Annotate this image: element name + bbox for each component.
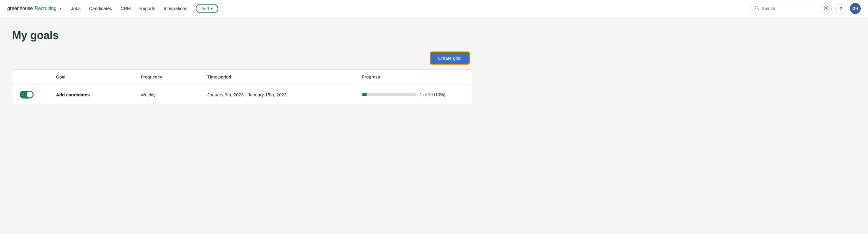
nav-crm[interactable]: CRM	[120, 6, 131, 11]
nav-jobs[interactable]: Jobs	[71, 6, 81, 11]
goal-name[interactable]: Add candidates	[56, 92, 141, 97]
page-title: My goals	[12, 29, 472, 42]
action-bar: Create goal	[12, 52, 472, 64]
nav-links: Jobs Candidates CRM Reports Integrations…	[71, 4, 751, 13]
table-row: ✓ Add candidates Weekly January 9th, 202…	[12, 84, 472, 105]
avatar-button[interactable]: GH	[850, 3, 861, 14]
settings-button[interactable]	[821, 3, 832, 14]
goals-table: Goal Frequency Time period Progress ✓ Ad…	[12, 70, 472, 105]
add-button[interactable]: Add ▾	[196, 4, 218, 13]
toggle-knob	[27, 92, 33, 98]
progress-text: 1 of 10 (10%)	[420, 92, 445, 97]
add-label: Add	[201, 6, 209, 11]
toggle-check-icon: ✓	[22, 93, 24, 97]
add-chevron-icon: ▾	[211, 6, 213, 11]
brand-greenhouse: greenhouse	[7, 6, 33, 11]
help-button[interactable]: ?	[835, 3, 846, 14]
time-period-cell: January 9th, 2023 - January 15th, 2023	[207, 92, 362, 97]
col-toggle	[20, 75, 56, 79]
col-frequency: Frequency	[141, 75, 207, 79]
avatar-initials: GH	[852, 6, 858, 10]
search-box[interactable]	[751, 4, 817, 13]
gear-icon	[824, 5, 829, 12]
brand-recruiting: Recruiting	[35, 6, 57, 11]
goal-toggle[interactable]: ✓	[20, 90, 34, 99]
main-content: My goals Create goal Goal Frequency Time…	[0, 17, 484, 105]
col-progress: Progress	[362, 75, 465, 79]
brand[interactable]: greenhouse Recruiting ▾	[7, 6, 61, 11]
progress-bar-fill	[362, 93, 367, 96]
progress-bar-bg	[362, 93, 416, 96]
search-input[interactable]	[762, 6, 813, 11]
nav-right: ? GH	[751, 3, 861, 14]
brand-chevron-icon: ▾	[60, 6, 61, 10]
navbar: greenhouse Recruiting ▾ Jobs Candidates …	[0, 0, 868, 17]
frequency-cell: Weekly	[141, 92, 207, 97]
progress-cell: 1 of 10 (10%)	[362, 92, 465, 97]
col-time-period: Time period	[207, 75, 362, 79]
toggle-cell: ✓	[20, 90, 56, 99]
create-goal-button[interactable]: Create goal	[430, 52, 470, 64]
svg-point-2	[826, 7, 827, 8]
help-icon: ?	[839, 6, 842, 11]
nav-integrations[interactable]: Integrations	[164, 6, 187, 11]
col-goal: Goal	[56, 75, 141, 79]
svg-line-1	[758, 9, 759, 10]
table-header: Goal Frequency Time period Progress	[12, 70, 472, 84]
nav-candidates[interactable]: Candidates	[89, 6, 112, 11]
search-icon	[754, 5, 760, 11]
nav-reports[interactable]: Reports	[139, 6, 155, 11]
